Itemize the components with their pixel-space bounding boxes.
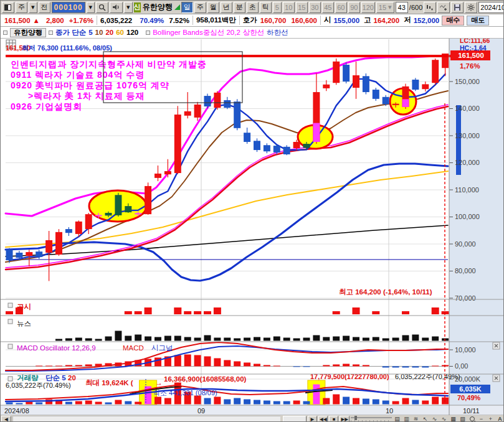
fast-forward-icon[interactable]: ▶▶ — [340, 416, 349, 422]
play-speed-box[interactable] — [283, 416, 307, 422]
minute-45[interactable]: 45 — [322, 2, 334, 13]
macd-signal-label[interactable]: 시그널 — [151, 344, 173, 352]
tab-monthly[interactable]: 월 — [207, 2, 219, 13]
x-label-today: 10/11 — [463, 407, 480, 415]
date-input[interactable]: 2024/10/1 — [478, 2, 504, 13]
volume-max-label: 최대 19,624K ( — [85, 379, 133, 387]
bar-count-input[interactable]: 43 — [396, 2, 408, 13]
search-icon[interactable] — [96, 2, 108, 13]
hoga-label: 호가 — [243, 16, 257, 25]
memo-line: 0926 기업설명회 — [11, 101, 82, 111]
minute-15[interactable]: 15 — [296, 2, 308, 13]
ma5-label[interactable]: 5 — [88, 29, 92, 36]
chart-stock-tab[interactable]: 유한양행 — [10, 28, 46, 37]
minute-120[interactable]: 120 — [361, 2, 375, 13]
pattern-icon[interactable]: ≋ — [412, 416, 420, 422]
prev-button[interactable]: 전 — [39, 2, 50, 13]
chart-canvas[interactable]: 161,500 최저 76,300 (111.66%, 08/05) 인벤티지랩… — [1, 38, 504, 415]
volume-arrow-icon: → — [155, 378, 163, 387]
zoom-tool-icon[interactable] — [468, 416, 476, 422]
high-price: 164,200 — [374, 17, 400, 24]
rewind-icon[interactable]: ◀◀ — [318, 416, 328, 422]
minute-30[interactable]: 30 — [309, 2, 321, 13]
hc-label: HC:-1,64 — [460, 44, 487, 52]
tab-daily[interactable]: 일 — [181, 2, 193, 13]
week-button[interactable]: 주 — [16, 2, 27, 13]
tab-yearly[interactable]: 년 — [221, 2, 232, 13]
speed-slider[interactable] — [351, 416, 392, 422]
add-indicator-icon[interactable] — [437, 2, 450, 13]
bollinger-label[interactable]: Bollinger Bands중심선 20,2 — [153, 28, 240, 37]
signal-icon[interactable]: ▦ — [449, 416, 457, 422]
volume-pct-tag: 70,49% — [457, 394, 481, 401]
open-price: 155,000 — [333, 17, 359, 24]
collapse-icon[interactable] — [146, 30, 150, 35]
ma10-label[interactable]: 10 — [95, 29, 103, 36]
sell-button[interactable]: 매도 — [467, 16, 489, 26]
volume-panel-label[interactable]: 거래량 — [17, 374, 39, 382]
stock-link-icon[interactable] — [174, 4, 180, 10]
play-icon[interactable]: ▶ — [308, 416, 317, 422]
open-label: 시 — [324, 16, 331, 25]
gear-icon[interactable] — [465, 2, 477, 13]
zoom-in-icon[interactable]: + — [487, 416, 495, 422]
minute-60[interactable]: 60 — [335, 2, 347, 13]
low-label: 저 — [404, 16, 411, 25]
volume-current-label: 6,035,222주(70.49%) — [6, 382, 71, 389]
code-dropdown-icon[interactable]: ▾ — [87, 2, 95, 13]
macd-title[interactable]: MACD Oscillator 12,26,9 — [17, 344, 96, 352]
horizontal-scrollbar[interactable] — [12, 416, 280, 422]
minute-5[interactable]: 5 — [273, 2, 282, 13]
compare-chart-icon[interactable] — [424, 2, 436, 13]
x-label-sep: 09 — [197, 407, 205, 415]
wave-down-icon[interactable]: ∿ — [440, 416, 448, 422]
collapse-icon[interactable] — [3, 30, 7, 35]
layout-icon[interactable] — [2, 2, 14, 13]
trade-value: 958,011백만 — [196, 16, 236, 25]
y-tick: 70,000 — [455, 294, 476, 302]
bar-total-label: /600 — [409, 4, 422, 11]
tab-second[interactable]: 초 — [247, 2, 259, 13]
news-panel-label[interactable]: 뉴스 — [17, 320, 31, 327]
font-size-icon[interactable]: A — [496, 416, 504, 422]
price-type-label[interactable]: 종가 단순 — [55, 28, 86, 37]
cascade-icon[interactable]: ▥ — [402, 416, 411, 422]
minute-90[interactable]: 90 — [348, 2, 360, 13]
ask-price: 160,700 — [260, 17, 287, 24]
hts-chart-window: 주 ▾ 전 000100 ▾ ▾ 신 유한양행 일 주 월 년 분 초 틱 5 … — [0, 0, 504, 422]
macd-line-label[interactable]: MACD — [123, 344, 144, 352]
crosshair-icon[interactable]: ↖ — [421, 416, 429, 422]
chart-image-icon[interactable]: ▧ — [459, 416, 467, 422]
stock-code-input[interactable]: 000100 — [52, 2, 85, 13]
week-dropdown-icon[interactable]: ▾ — [29, 2, 37, 13]
new-window-icon[interactable]: ▤ — [393, 416, 401, 422]
minute-10[interactable]: 10 — [283, 2, 295, 13]
collapse-icon[interactable] — [49, 30, 53, 35]
y-tick: 110,000 — [455, 186, 479, 194]
buy-button[interactable]: 매수 — [442, 16, 464, 26]
ma20-label[interactable]: 20 — [105, 29, 113, 36]
speaker-dropdown-icon[interactable]: ▾ — [124, 2, 133, 13]
top-toolbar: 주 ▾ 전 000100 ▾ ▾ 신 유한양행 일 주 월 년 분 초 틱 5 … — [1, 1, 504, 14]
bollinger-lower-label[interactable]: 하한선 — [267, 28, 288, 37]
tab-tick[interactable]: 틱 — [260, 2, 272, 13]
save-icon[interactable] — [451, 2, 464, 13]
new-stock-badge: 신 — [134, 2, 141, 12]
y-tick: 130,000 — [455, 132, 480, 139]
chart-settings-bar: 유한양행 종가 단순 5 10 20 60 120 Bollinger Band… — [1, 27, 504, 38]
tab-weekly[interactable]: 주 — [194, 2, 206, 13]
wave-up-icon[interactable]: ∿ — [430, 416, 439, 422]
ma60-label[interactable]: 60 — [116, 29, 124, 36]
current-pct-tag: 1,76% — [460, 62, 480, 70]
bollinger-upper-label[interactable]: 상한선 — [243, 28, 265, 37]
zoom-out-icon[interactable]: − — [477, 416, 485, 422]
speaker-icon[interactable] — [110, 2, 123, 13]
minute-combo[interactable]: 15 ▾ — [376, 2, 394, 13]
tab-minute[interactable]: 분 — [234, 2, 245, 13]
scroll-left-icon[interactable]: ◀ — [1, 416, 11, 422]
stop-icon[interactable]: ■ — [329, 416, 338, 422]
bid-price: 160,600 — [291, 17, 317, 24]
volume-max2-label: 16,366,900(16085568,00) — [164, 375, 247, 383]
gongsi-panel-label[interactable]: 공시 — [17, 303, 31, 311]
ma120-label[interactable]: 120 — [126, 29, 138, 36]
